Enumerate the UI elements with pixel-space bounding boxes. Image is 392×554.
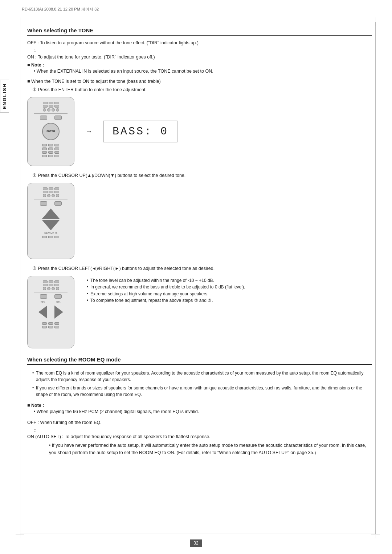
corner-crosshair-tr	[371, 17, 380, 26]
remote-bottom-grid	[42, 144, 60, 154]
sel-label-r: SEL	[56, 301, 61, 303]
btn-2	[49, 102, 53, 104]
vol-btn-r	[54, 116, 62, 120]
step3-illustration: SEL SEL	[27, 276, 372, 348]
tone-note-2: In general, we recommend the bass and tr…	[87, 284, 372, 291]
corner-crosshair-bl	[16, 530, 24, 538]
room-eq-bullet-2: If you use different brands or sizes of …	[32, 385, 372, 398]
tone-note-1: The tone level can be adjusted within th…	[87, 277, 372, 284]
room-eq-note: ■ Note : • When playing the 96 kHz PCM (…	[27, 403, 372, 415]
remote-top-buttons	[28, 100, 74, 121]
main-content: When selecting the TONE OFF : To listen …	[27, 27, 372, 532]
btn-c4	[56, 108, 59, 112]
room-eq-on-sub1: • If you have never performed the auto s…	[49, 442, 372, 456]
vol-btn-l	[40, 116, 47, 120]
remote3-top	[28, 279, 74, 300]
remote2-top	[28, 186, 74, 207]
btn-5	[49, 105, 53, 108]
room-eq-note-label: ■ Note :	[27, 403, 44, 408]
cursor-up-arrow	[42, 209, 60, 219]
step1-label: ① Press the ENTER button to enter the to…	[32, 86, 372, 93]
btn-3	[54, 102, 59, 104]
btn-6	[54, 105, 59, 108]
note-label-1: ■ Note :	[27, 62, 44, 68]
btn-c2	[47, 108, 50, 112]
cursor-down-arrow	[42, 220, 60, 230]
frame-bottom	[20, 534, 376, 534]
step1-arrow: →	[85, 127, 93, 136]
btn-c1	[43, 108, 46, 112]
sel-label-l: SEL	[41, 301, 45, 303]
room-eq-bullets: The room EQ is a kind of room equalizer …	[32, 370, 372, 398]
tone-bullet-notes: The tone level can be adjusted within th…	[87, 277, 372, 304]
step3-label: ③ Press the CURSOR LEFT(◄)/RIGHT(►) butt…	[32, 265, 372, 272]
down-arrow-2: ↕	[34, 427, 372, 433]
tone-off-text: OFF : To listen to a program source with…	[27, 39, 372, 46]
step3-notes: The tone level can be adjusted within th…	[82, 276, 372, 306]
room-eq-heading: When selecting the ROOM EQ mode	[27, 356, 372, 365]
btn-4	[43, 105, 48, 108]
tone-section: When selecting the TONE OFF : To listen …	[27, 27, 372, 348]
corner-crosshair-tl	[16, 17, 24, 26]
down-arrow-1: ↕	[34, 48, 372, 53]
room-eq-bullet-1: The room EQ is a kind of room equalizer …	[32, 370, 372, 383]
frame-right	[375, 22, 376, 534]
room-eq-off: OFF : When turning off the room EQ.	[27, 419, 372, 426]
cursor-left-arrow	[38, 306, 47, 319]
step2-illustration: SEARCH M.	[27, 183, 372, 259]
page-number: 32	[190, 539, 202, 547]
enter-button: ENTER	[42, 123, 60, 140]
room-eq-section: When selecting the ROOM EQ mode The room…	[27, 356, 372, 456]
lr-arrows	[38, 306, 63, 319]
corner-crosshair-br	[371, 530, 380, 538]
display-box: BASS: 0	[103, 121, 177, 142]
note-text-1: • When the EXTERNAL IN is selected as an…	[34, 68, 372, 75]
tone-heading: When selecting the TONE	[27, 27, 372, 36]
room-eq-note-text: • When playing the 96 kHz PCM (2 channel…	[34, 408, 372, 415]
english-tab: ENGLISH	[0, 80, 9, 113]
remote-1: ENTER	[27, 97, 74, 166]
tone-note-3: Extreme settings at high volume may dama…	[87, 291, 372, 298]
page-header: RD-6513(A) 2008.8.21 12:20 PM 페이지 32	[22, 7, 99, 12]
btn-c3	[52, 108, 55, 112]
tone-on-text: ON : To adjust the tone for your taste. …	[27, 53, 372, 61]
cursor-right-arrow	[54, 306, 63, 319]
tone-note-4: To complete tone adjustment, repeat the …	[87, 297, 372, 304]
header-text: RD-6513(A) 2008.8.21 12:20 PM 페이지 32	[22, 7, 99, 11]
step2-label: ② Press the CURSOR UP(▲)/DOWN(▼) buttons…	[32, 172, 372, 179]
remote-bottom-grid-2	[42, 155, 60, 157]
step1-illustration: ENTER	[27, 97, 372, 166]
remote-3: SEL SEL	[27, 276, 74, 348]
tone-when-on: ■ When the TONE is set to ON to adjust t…	[27, 78, 372, 85]
room-eq-on: ON (AUTO SET) : To adjust the frequency …	[27, 433, 372, 440]
remote-2: SEARCH M.	[27, 183, 74, 259]
search-m-label: SEARCH M.	[44, 231, 57, 234]
note-block-1: ■ Note : • When the EXTERNAL IN is selec…	[27, 62, 372, 75]
frame-top	[20, 22, 376, 22]
frame-left	[20, 22, 20, 534]
btn-1	[43, 102, 48, 104]
